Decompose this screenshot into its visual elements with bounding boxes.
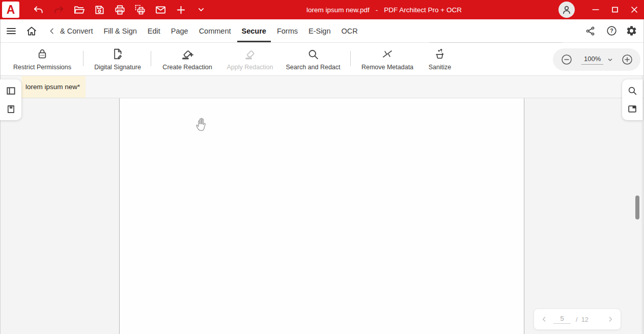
window-title-filename: lorem ipsum new.pdf: [306, 6, 370, 14]
total-pages: 12: [581, 316, 589, 323]
next-page-button[interactable]: [606, 315, 614, 323]
page-thumbnails-icon: [627, 103, 638, 115]
tab-label: OCR: [342, 27, 358, 35]
document-tab-label: lorem ipsum new*: [25, 83, 80, 91]
zoom-level-value[interactable]: 100%: [581, 55, 603, 65]
window-left-edge: [0, 19, 1, 334]
tab-comment[interactable]: Comment: [199, 19, 231, 42]
maximize-button[interactable]: [605, 0, 625, 19]
tab-create-convert[interactable]: & Convert: [60, 19, 93, 42]
ribbon-item-label: Remove Metadata: [361, 64, 413, 71]
secure-ribbon: Restrict Permissions Digital Signature C…: [0, 43, 644, 76]
tab-label: E-Sign: [309, 27, 331, 35]
home-icon: [25, 25, 38, 37]
ribbon-item-label: Restrict Permissions: [13, 64, 71, 71]
tab-secure[interactable]: Secure: [242, 19, 266, 42]
tab-label: Edit: [148, 27, 160, 35]
titlebar-more-button[interactable]: [191, 0, 211, 19]
chevron-left-icon: [48, 27, 56, 35]
save-button[interactable]: [89, 0, 109, 19]
pdf-page[interactable]: [119, 98, 524, 334]
chevron-left-icon: [540, 315, 548, 323]
settings-button[interactable]: [625, 19, 638, 42]
search-and-redact-button[interactable]: Search and Redact: [286, 47, 340, 71]
document-search-button[interactable]: [625, 84, 639, 98]
minus-circle-icon: [561, 53, 573, 66]
scroll-tabs-left-button[interactable]: [47, 19, 57, 42]
tab-label: Fill & Sign: [103, 27, 136, 35]
open-file-button[interactable]: [69, 0, 89, 19]
maximize-icon: [610, 5, 620, 15]
right-tools-panel: [622, 79, 642, 120]
tab-ocr[interactable]: OCR: [342, 19, 358, 42]
current-page-input[interactable]: 5: [553, 315, 571, 324]
print-icon: [114, 4, 126, 16]
sanitize-button[interactable]: Sanitize: [429, 47, 451, 71]
zoom-dropdown-button[interactable]: [606, 56, 614, 64]
main-navbar: & Convert Fill & Sign Edit Page Comment …: [0, 19, 644, 43]
close-button[interactable]: [625, 0, 644, 19]
window-title: lorem ipsum new.pdf - PDF Architect Pro …: [306, 0, 462, 19]
email-button[interactable]: [150, 0, 171, 19]
eraser-plus-icon: [181, 47, 194, 61]
new-tab-plus-icon: [175, 4, 187, 16]
digital-signature-button[interactable]: Digital Signature: [94, 47, 141, 71]
minimize-icon: [591, 5, 601, 15]
window-controls: [586, 0, 644, 19]
side-panel-toggle-button[interactable]: [4, 84, 18, 98]
bookmarks-button[interactable]: [4, 102, 18, 116]
window-title-separator: -: [376, 6, 378, 14]
metadata-strike-icon: [381, 47, 394, 61]
close-icon: [629, 5, 639, 15]
zoom-in-button[interactable]: [621, 53, 633, 66]
chevron-right-icon: [606, 315, 614, 323]
zoom-controls: 100%: [553, 48, 640, 71]
menu-hamburger-icon: [5, 25, 17, 37]
tab-forms[interactable]: Forms: [277, 19, 298, 42]
restrict-permissions-button[interactable]: Restrict Permissions: [13, 47, 71, 71]
settings-gear-icon: [626, 25, 637, 37]
plus-circle-icon: [621, 53, 633, 66]
tab-page[interactable]: Page: [171, 19, 188, 42]
tab-label: Comment: [199, 27, 231, 35]
open-hand-cursor: [194, 117, 210, 133]
tab-esign[interactable]: E-Sign: [309, 19, 331, 42]
minimize-button[interactable]: [586, 0, 605, 19]
document-tabbar: lorem ipsum new*: [0, 76, 644, 98]
tab-label: Forms: [277, 27, 298, 35]
undo-button[interactable]: [28, 0, 48, 19]
ribbon-item-label: Sanitize: [429, 64, 451, 71]
redo-button: [48, 0, 69, 19]
remove-metadata-button[interactable]: Remove Metadata: [361, 47, 413, 71]
print-section-button[interactable]: [130, 0, 150, 19]
print-section-icon: [134, 4, 146, 16]
create-redaction-button[interactable]: Create Redaction: [162, 47, 212, 71]
ribbon-divider: [83, 51, 83, 66]
share-button[interactable]: [584, 19, 597, 42]
user-account-button[interactable]: [558, 2, 575, 18]
home-button[interactable]: [25, 19, 38, 42]
eraser-icon: [243, 47, 257, 61]
document-tab-active[interactable]: lorem ipsum new*: [21, 76, 86, 98]
magnifier-icon: [306, 48, 319, 61]
page-thumbnails-button[interactable]: [625, 102, 639, 116]
vertical-scrollbar-thumb[interactable]: [635, 196, 639, 219]
previous-page-button[interactable]: [540, 315, 548, 323]
user-account-icon: [561, 4, 573, 16]
menu-hamburger-button[interactable]: [5, 19, 17, 42]
document-signature-icon: [111, 47, 124, 61]
help-button[interactable]: ?: [605, 19, 618, 42]
quick-access-toolbar: [28, 0, 211, 19]
ribbon-item-label: Apply Redaction: [227, 64, 273, 71]
print-button[interactable]: [109, 0, 130, 19]
tab-fill-sign[interactable]: Fill & Sign: [103, 19, 136, 42]
new-tab-button[interactable]: [171, 0, 191, 19]
search-icon: [627, 85, 638, 96]
app-logo: A: [2, 2, 19, 18]
wash-bucket-icon: [433, 47, 446, 61]
document-viewport[interactable]: 5 / 12: [0, 98, 644, 334]
app-logo-letter: A: [7, 3, 15, 17]
zoom-out-button[interactable]: [561, 53, 573, 66]
tab-edit[interactable]: Edit: [148, 19, 160, 42]
undo-icon: [33, 4, 44, 16]
